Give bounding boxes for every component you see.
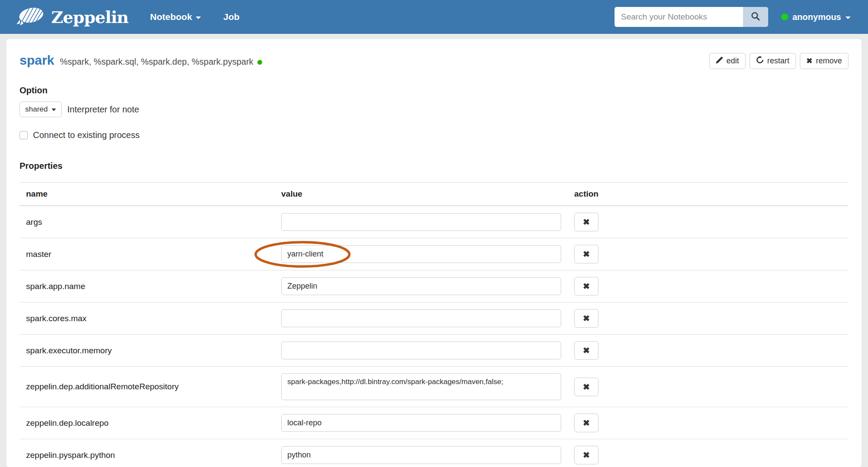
close-icon: ✖ <box>583 281 590 291</box>
table-row-args: args ✖ <box>20 206 848 238</box>
binding-mode-label: Interpreter for note <box>67 105 139 115</box>
nav-item-notebook[interactable]: Notebook <box>150 12 201 22</box>
pencil-icon <box>716 56 723 66</box>
table-row-master: master ✖ <box>20 238 848 270</box>
remove-property-button[interactable]: ✖ <box>574 309 598 328</box>
property-value-input[interactable] <box>281 213 561 231</box>
remove-property-button[interactable]: ✖ <box>574 213 598 231</box>
table-row-dep-additional-remote-repository: zeppelin.dep.additionalRemoteRepository … <box>20 367 848 407</box>
property-name: zeppelin.dep.additionalRemoteRepository <box>20 367 275 407</box>
table-row-spark-app-name: spark.app.name ✖ <box>20 270 848 303</box>
search-icon <box>750 11 761 23</box>
property-value-input[interactable] <box>281 342 561 359</box>
column-header-action: action <box>568 183 848 206</box>
nav-links: Notebook Job <box>150 12 240 22</box>
chevron-down-icon <box>845 16 851 19</box>
interpreter-name: spark <box>20 53 54 68</box>
interpreter-actions: edit restart ✖ remove <box>709 53 848 69</box>
edit-button[interactable]: edit <box>709 53 746 69</box>
close-icon: ✖ <box>583 345 590 355</box>
property-name: spark.executor.memory <box>20 335 275 367</box>
nav-item-job[interactable]: Job <box>224 12 240 22</box>
search-button[interactable] <box>743 7 768 27</box>
column-header-value: value <box>275 183 568 206</box>
notebook-search <box>615 7 768 27</box>
search-input[interactable] <box>615 7 743 27</box>
nav-item-notebook-label: Notebook <box>150 12 192 22</box>
binding-mode-value: shared <box>25 105 48 114</box>
remove-property-button[interactable]: ✖ <box>574 378 598 396</box>
remove-property-button[interactable]: ✖ <box>574 414 598 432</box>
restart-button-label: restart <box>767 56 789 66</box>
binding-mode-select[interactable]: shared <box>20 102 62 117</box>
property-name: zeppelin.pyspark.python <box>20 439 275 467</box>
option-heading: Option <box>20 86 848 95</box>
connection-status-icon <box>781 13 788 20</box>
restart-button[interactable]: restart <box>750 53 796 69</box>
table-row-dep-localrepo: zeppelin.dep.localrepo ✖ <box>20 407 848 439</box>
remove-button-label: remove <box>816 56 842 66</box>
close-icon: ✖ <box>583 382 590 392</box>
navbar: Zeppelin Notebook Job anonymous <box>0 0 868 34</box>
table-row-pyspark-python: zeppelin.pyspark.python ✖ <box>20 439 848 467</box>
remove-property-button[interactable]: ✖ <box>574 277 598 296</box>
remove-property-button[interactable]: ✖ <box>574 341 598 360</box>
refresh-icon <box>756 56 764 66</box>
property-name: args <box>20 206 275 238</box>
property-value-input[interactable] <box>281 245 561 263</box>
zeppelin-brand[interactable]: Zeppelin <box>16 5 128 29</box>
connect-existing-row: Connect to existing process <box>20 130 848 140</box>
binding-mode-row: shared Interpreter for note <box>20 102 848 117</box>
table-row-spark-executor-memory: spark.executor.memory ✖ <box>20 335 848 367</box>
connect-existing-label: Connect to existing process <box>33 130 140 140</box>
interpreter-header: spark %spark, %spark.sql, %spark.dep, %s… <box>20 53 848 69</box>
close-icon: ✖ <box>583 313 590 323</box>
remove-property-button[interactable]: ✖ <box>574 245 598 263</box>
properties-table: name value action args ✖ master <box>20 182 848 467</box>
property-value-input[interactable] <box>281 277 561 295</box>
property-value-input[interactable] <box>281 446 561 464</box>
close-icon: ✖ <box>806 56 812 66</box>
property-name: zeppelin.dep.localrepo <box>20 407 275 439</box>
property-value-textarea[interactable]: spark-packages,http://dl.bintray.com/spa… <box>281 373 561 400</box>
interpreter-bindings: %spark, %spark.sql, %spark.dep, %spark.p… <box>60 57 253 67</box>
interpreter-status-icon <box>257 60 262 65</box>
table-row-spark-cores-max: spark.cores.max ✖ <box>20 303 848 335</box>
property-name: spark.app.name <box>20 270 275 303</box>
property-name: spark.cores.max <box>20 303 275 335</box>
brand-title: Zeppelin <box>51 7 128 27</box>
column-header-name: name <box>20 183 275 206</box>
properties-header-row: name value action <box>20 183 848 206</box>
remove-button[interactable]: ✖ remove <box>800 53 848 69</box>
chevron-down-icon <box>52 109 56 111</box>
property-name: master <box>20 238 275 270</box>
user-menu[interactable]: anonymous <box>781 12 851 22</box>
connect-existing-checkbox[interactable] <box>20 131 28 139</box>
interpreter-settings-panel: spark %spark, %spark.sql, %spark.dep, %s… <box>7 39 861 467</box>
close-icon: ✖ <box>583 450 590 460</box>
edit-button-label: edit <box>727 56 739 66</box>
chevron-down-icon <box>196 16 201 19</box>
property-value-input[interactable] <box>281 309 561 327</box>
close-icon: ✖ <box>583 418 590 428</box>
properties-heading: Properties <box>20 161 848 171</box>
interpreter-title: spark %spark, %spark.sql, %spark.dep, %s… <box>20 53 262 68</box>
close-icon: ✖ <box>583 217 590 227</box>
nav-item-job-label: Job <box>224 12 240 22</box>
zeppelin-logo-icon <box>16 5 46 29</box>
close-icon: ✖ <box>583 249 590 259</box>
remove-property-button[interactable]: ✖ <box>574 446 598 464</box>
user-name: anonymous <box>792 12 841 22</box>
property-value-input[interactable] <box>281 414 561 432</box>
